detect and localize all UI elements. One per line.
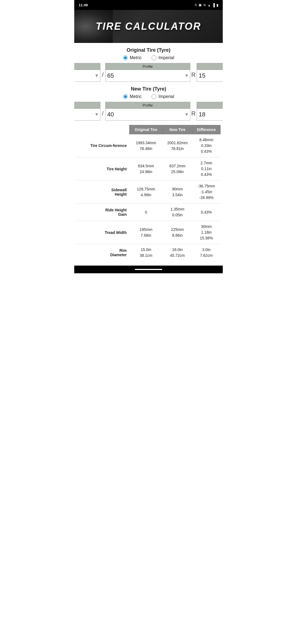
new-profile-field-wrap: ▼ bbox=[105, 109, 190, 121]
new-tire-title: New Tire (Tyre) bbox=[74, 86, 223, 92]
row-original: 634.5mm 24.98in bbox=[130, 157, 163, 181]
row-label: Tire Height bbox=[76, 157, 130, 181]
header-image: Tire Calculator bbox=[74, 10, 223, 43]
row-original: 195mm 7.68in bbox=[130, 221, 163, 244]
status-time: 11:49 bbox=[79, 3, 88, 7]
s-icon: ⊘ bbox=[203, 3, 206, 7]
original-metric-label[interactable]: Metric bbox=[123, 55, 142, 60]
table-row: Ride Height Gain01.35mm 0.05in0.43% bbox=[76, 204, 221, 221]
results-header-row: Original Tire New Tire Difference bbox=[76, 125, 221, 134]
new-metric-label[interactable]: Metric bbox=[123, 94, 142, 99]
results-original-header: Original Tire bbox=[130, 125, 163, 134]
original-rim-input[interactable] bbox=[197, 70, 223, 81]
row-diff: 30mm 1.18in 15.38% bbox=[192, 221, 220, 244]
row-label: Rim Diameter bbox=[76, 244, 130, 261]
status-icons: A ▣ ⊘ bbox=[195, 3, 218, 7]
original-metric-radio[interactable] bbox=[123, 55, 128, 60]
results-table: Original Tire New Tire Difference Tire C… bbox=[76, 125, 221, 261]
original-profile-field-wrap: ▼ bbox=[105, 70, 190, 82]
row-label: Tread Width bbox=[76, 221, 130, 244]
wifi-icon bbox=[208, 3, 211, 7]
row-new: 2001.82mm 78.81in bbox=[163, 134, 192, 157]
original-profile-header: Profile bbox=[105, 63, 190, 70]
results-new-header: New Tire bbox=[163, 125, 192, 134]
table-row: Tire Circum-ference1993.34mm 78.48in2001… bbox=[76, 134, 221, 157]
table-row: Rim Diameter15.0in 38.1cm18.0in 45.72cm3… bbox=[76, 244, 221, 261]
original-tire-radio-group: Metric Imperial bbox=[74, 55, 223, 60]
table-row: Tread Width195mm 7.68in225mm 8.86in30mm … bbox=[76, 221, 221, 244]
row-original: 0 bbox=[130, 204, 163, 221]
row-label: Ride Height Gain bbox=[76, 204, 130, 221]
new-rim-header: Rim bbox=[197, 102, 223, 109]
signal-icon bbox=[212, 3, 215, 7]
original-profile-arrow: ▼ bbox=[185, 73, 190, 78]
new-width-arrow: ▼ bbox=[95, 112, 100, 117]
new-width-field-wrap: ▼ bbox=[74, 109, 100, 121]
original-profile-input[interactable] bbox=[106, 70, 185, 81]
original-rim-header: Rim bbox=[197, 63, 223, 70]
original-profile-group: Profile ▼ bbox=[105, 63, 190, 82]
original-width-arrow: ▼ bbox=[95, 73, 100, 78]
row-diff: 0.43% bbox=[192, 204, 220, 221]
row-label: Sidewall Height bbox=[76, 181, 130, 204]
original-width-field-wrap: ▼ bbox=[74, 70, 100, 82]
original-tire-section: Original Tire (Tyre) Metric Imperial Wid… bbox=[74, 47, 223, 82]
new-tire-section: New Tire (Tyre) Metric Imperial Width ▼ … bbox=[74, 86, 223, 121]
notification-icon: A bbox=[195, 3, 197, 7]
new-profile-header: Profile bbox=[105, 102, 190, 109]
original-imperial-radio[interactable] bbox=[152, 55, 156, 60]
new-tire-radio-group: Metric Imperial bbox=[74, 94, 223, 99]
original-tire-inputs: Width ▼ / Profile ▼ R Rim ▼ bbox=[76, 63, 221, 82]
original-imperial-label[interactable]: Imperial bbox=[152, 55, 174, 60]
original-width-input[interactable] bbox=[74, 70, 95, 81]
original-width-group: Width ▼ bbox=[74, 63, 100, 82]
original-rim-field-wrap: ▼ bbox=[197, 70, 223, 82]
results-section: Original Tire New Tire Difference Tire C… bbox=[76, 125, 221, 261]
app-title: Tire Calculator bbox=[96, 21, 201, 32]
separator-2: / bbox=[100, 105, 105, 117]
original-width-header: Width bbox=[74, 63, 100, 70]
new-tire-inputs: Width ▼ / Profile ▼ R Rim ▼ bbox=[76, 102, 221, 121]
original-tire-title: Original Tire (Tyre) bbox=[74, 47, 223, 53]
battery-icon bbox=[216, 3, 218, 7]
status-bar: 11:49 A ▣ ⊘ bbox=[74, 0, 223, 10]
card-icon: ▣ bbox=[199, 3, 202, 7]
new-rim-input[interactable] bbox=[197, 109, 223, 120]
row-new: 90mm 3.54in bbox=[163, 181, 192, 204]
new-profile-arrow: ▼ bbox=[185, 112, 190, 117]
row-diff: 3.0in 7.62cm bbox=[192, 244, 220, 261]
table-row: Sidewall Height126.75mm 4.99in90mm 3.54i… bbox=[76, 181, 221, 204]
r-label-2: R bbox=[190, 105, 197, 117]
row-original: 15.0in 38.1cm bbox=[130, 244, 163, 261]
bottom-nav-bar bbox=[74, 266, 223, 273]
new-profile-group: Profile ▼ bbox=[105, 102, 190, 121]
new-width-header: Width bbox=[74, 102, 100, 109]
new-imperial-label[interactable]: Imperial bbox=[152, 94, 174, 99]
row-new: 1.35mm 0.05in bbox=[163, 204, 192, 221]
new-rim-group: Rim ▼ bbox=[197, 102, 223, 121]
row-new: 225mm 8.86in bbox=[163, 221, 192, 244]
row-diff: 8.48mm 0.33in 0.43% bbox=[192, 134, 220, 157]
r-label-1: R bbox=[190, 66, 197, 78]
new-width-group: Width ▼ bbox=[74, 102, 100, 121]
row-original: 126.75mm 4.99in bbox=[130, 181, 163, 204]
row-new: 18.0in 45.72cm bbox=[163, 244, 192, 261]
home-indicator bbox=[135, 269, 162, 270]
table-row: Tire Height634.5mm 24.98in637.2mm 25.09i… bbox=[76, 157, 221, 181]
results-diff-header: Difference bbox=[192, 125, 220, 134]
new-imperial-radio[interactable] bbox=[152, 94, 156, 99]
row-original: 1993.34mm 78.48in bbox=[130, 134, 163, 157]
original-rim-group: Rim ▼ bbox=[197, 63, 223, 82]
new-profile-input[interactable] bbox=[106, 109, 185, 120]
row-label: Tire Circum-ference bbox=[76, 134, 130, 157]
new-rim-field-wrap: ▼ bbox=[197, 109, 223, 121]
results-empty-header bbox=[76, 125, 130, 134]
new-width-input[interactable] bbox=[74, 109, 95, 120]
row-diff: -36.75mm -1.45in -28.99% bbox=[192, 181, 220, 204]
new-metric-radio[interactable] bbox=[123, 94, 128, 99]
row-new: 637.2mm 25.09in bbox=[163, 157, 192, 181]
row-diff: 2.7mm 0.11in 0.43% bbox=[192, 157, 220, 181]
separator-1: / bbox=[100, 66, 105, 78]
